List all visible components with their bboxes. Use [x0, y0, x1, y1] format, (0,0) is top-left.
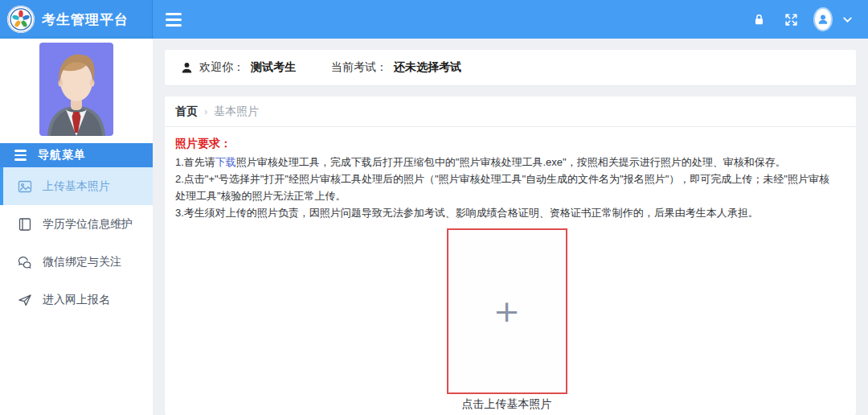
welcome-bar: 欢迎你：测试考生 当前考试：还未选择考试 — [165, 50, 856, 85]
requirement-line-3: 3.考生须对上传的照片负责，因照片问题导致无法参加考试、影响成绩合格证明、资格证… — [175, 204, 838, 221]
user-avatar-icon[interactable] — [815, 11, 831, 27]
sidebar-item-education-info[interactable]: 学历学位信息维护 — [0, 205, 153, 243]
requirements-title: 照片要求： — [175, 137, 838, 151]
content-panel: 首页 › 基本照片 照片要求： 1.首先请下载照片审核处理工具，完成下载后打开压… — [165, 97, 856, 415]
app-window: 考生管理平台 — [0, 0, 868, 415]
sidebar-item-wechat-bind[interactable]: 微信绑定与关注 — [0, 243, 153, 281]
breadcrumb-current: 基本照片 — [214, 105, 259, 119]
fullscreen-icon[interactable] — [783, 11, 799, 27]
current-exam-label: 当前考试： — [331, 60, 387, 75]
sidebar-item-label: 进入网上报名 — [43, 293, 110, 307]
photo-upload-box[interactable]: + — [447, 228, 567, 394]
candidate-photo-placeholder — [0, 39, 153, 143]
send-icon — [18, 293, 32, 307]
nav-menu-title: 导航菜单 — [38, 148, 86, 162]
lock-icon[interactable] — [751, 11, 767, 27]
requirement-1-rest: 照片审核处理工具，完成下载后打开压缩包中的"照片审核处理工具.exe"，按照相关… — [236, 156, 786, 168]
sidebar-item-label: 上传基本照片 — [43, 179, 110, 194]
download-tool-link[interactable]: 下载 — [215, 156, 236, 168]
collapse-menu-icon[interactable] — [166, 10, 182, 30]
requirement-line-1: 1.首先请下载照片审核处理工具，完成下载后打开压缩包中的"照片审核处理工具.ex… — [175, 154, 838, 171]
sidebar-item-upload-photo[interactable]: 上传基本照片 — [0, 167, 153, 205]
sidebar-item-label: 学历学位信息维护 — [43, 217, 133, 232]
breadcrumb-home[interactable]: 首页 — [175, 105, 198, 119]
main-content: 欢迎你：测试考生 当前考试：还未选择考试 首页 › 基本照片 照片要求： 1.首… — [153, 39, 868, 415]
sidebar: 导航菜单 上传基本照片 学历学位信息维护 — [0, 39, 153, 415]
top-header: 考生管理平台 — [0, 0, 868, 39]
sidebar-menu: 上传基本照片 学历学位信息维护 微信绑定与关注 — [0, 167, 153, 318]
plus-icon: + — [493, 297, 521, 327]
header-brand: 考生管理平台 — [0, 0, 153, 39]
breadcrumb-separator: › — [204, 105, 207, 117]
upload-zone: + 点击上传基本照片 — [175, 228, 838, 412]
header-bar — [153, 0, 868, 39]
user-name: 测试考生 — [251, 60, 296, 75]
wechat-icon — [18, 255, 32, 269]
requirement-1-pre: 1.首先请 — [175, 156, 215, 168]
nav-menu-icon — [14, 147, 27, 162]
sidebar-item-online-registration[interactable]: 进入网上报名 — [0, 281, 153, 318]
platform-logo-icon — [6, 5, 35, 34]
greeting-label: 欢迎你： — [199, 60, 244, 75]
nav-menu-header: 导航菜单 — [0, 143, 153, 167]
book-icon — [18, 217, 32, 232]
upload-caption: 点击上传基本照片 — [462, 397, 552, 412]
breadcrumb: 首页 › 基本照片 — [165, 97, 856, 127]
image-icon — [18, 179, 32, 194]
current-exam-value: 还未选择考试 — [394, 60, 461, 75]
photo-requirements-section: 照片要求： 1.首先请下载照片审核处理工具，完成下载后打开压缩包中的"照片审核处… — [165, 127, 856, 412]
sidebar-item-label: 微信绑定与关注 — [43, 255, 121, 269]
requirement-line-2: 2.点击"+"号选择并"打开"经照片审核工具处理后的照片（"照片审核处理工具"自… — [175, 171, 838, 204]
chevron-down-icon[interactable] — [839, 11, 855, 27]
app-title: 考生管理平台 — [42, 10, 129, 29]
person-placeholder-image — [39, 43, 113, 136]
user-icon — [181, 62, 193, 74]
